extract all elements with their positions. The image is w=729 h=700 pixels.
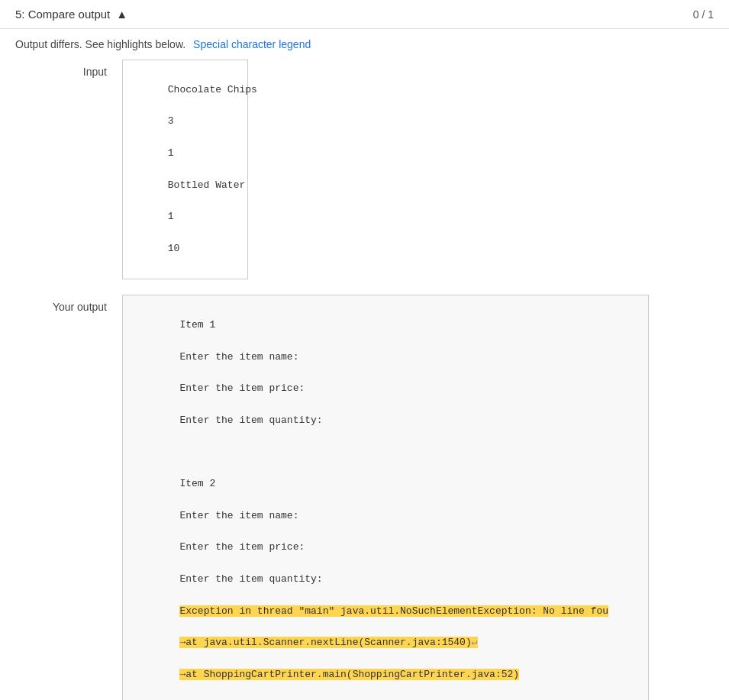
header-title: 5: Compare output: [15, 8, 110, 21]
your-output-line-2: Enter the item name:: [179, 351, 298, 363]
your-output-line-4: Enter the item quantity:: [179, 415, 322, 426]
input-row: Input Chocolate Chips 3 1 Bottled Water …: [15, 60, 714, 279]
special-character-legend-link[interactable]: Special character legend: [193, 38, 311, 50]
input-line-4: Bottled Water: [168, 179, 245, 191]
your-output-line-6: Item 2: [179, 478, 215, 489]
content-area: Input Chocolate Chips 3 1 Bottled Water …: [0, 60, 729, 700]
your-output-line-7: Enter the item name:: [179, 510, 298, 521]
your-output-line-8: Enter the item price:: [179, 541, 305, 553]
your-output-label: Your output: [15, 295, 107, 313]
output-differs-message: Output differs. See highlights below.: [15, 38, 185, 50]
your-output-cart-line: →at ShoppingCartPrinter.main(ShoppingCar…: [179, 669, 519, 680]
your-output-line-3: Enter the item price:: [179, 382, 305, 394]
your-output-exception-line: Exception in thread "main" java.util.NoS…: [179, 605, 608, 617]
input-label: Input: [15, 60, 107, 78]
your-output-box[interactable]: Item 1 Enter the item name: Enter the it…: [123, 295, 648, 700]
your-output-row: Your output Item 1 Enter the item name: …: [15, 295, 714, 700]
chevron-icon[interactable]: ▲: [116, 8, 127, 21]
your-output-scanner-line: →at java.util.Scanner.nextLine(Scanner.j…: [179, 637, 477, 648]
your-output-line-1: Item 1: [179, 319, 215, 331]
your-output-line-9: Enter the item quantity:: [179, 573, 322, 585]
input-line-6: 10: [168, 243, 180, 254]
input-box: Chocolate Chips 3 1 Bottled Water 1 10: [122, 60, 248, 279]
your-output-container: Item 1 Enter the item name: Enter the it…: [122, 295, 649, 700]
input-line-5: 1: [168, 211, 174, 222]
input-line-2: 3: [168, 115, 174, 127]
input-line-1: Chocolate Chips: [168, 84, 257, 95]
input-line-3: 1: [168, 147, 174, 159]
subheader-area: Output differs. See highlights below. Sp…: [0, 29, 729, 60]
compare-output-header: 5: Compare output ▲ 0 / 1: [0, 0, 729, 29]
score-display: 0 / 1: [693, 8, 714, 21]
header-title-section: 5: Compare output ▲: [15, 8, 127, 21]
